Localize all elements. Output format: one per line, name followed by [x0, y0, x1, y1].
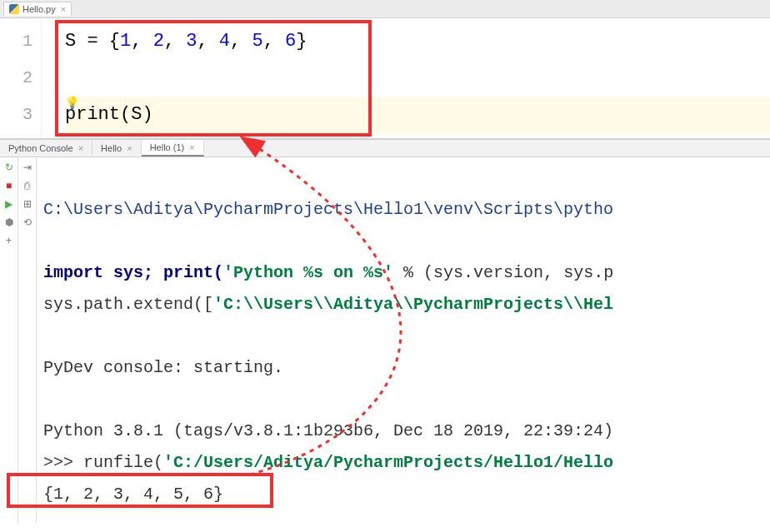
tab-python-console[interactable]: Python Console × [0, 141, 92, 156]
editor-pane: Hello.py × 1 2 3 S = {1, 2, 3, 4, 5, 6} … [0, 0, 770, 139]
tool-strip-left: ↻ ■ ▶ ⬢ + [0, 157, 18, 524]
attach-icon[interactable]: ⇥ [21, 161, 34, 174]
tab-label: Hello [101, 143, 122, 153]
variables-icon[interactable]: ⊞ [21, 197, 34, 211]
stop-icon[interactable]: ■ [2, 179, 16, 192]
tab-hello-1[interactable]: Hello (1) × [142, 140, 204, 157]
console-result: {1, 2, 3, 4, 5, 6} [43, 485, 223, 504]
file-tab-bar: Hello.py × [0, 0, 770, 18]
file-tab-hello-py[interactable]: Hello.py × [3, 2, 72, 16]
run-icon[interactable]: ▶ [2, 197, 16, 211]
debug-icon[interactable]: ⬢ [2, 216, 16, 229]
code-line-3[interactable]: print(S) [65, 97, 770, 133]
tab-label: Hello (1) [150, 142, 185, 152]
console-line: C:\Users\Aditya\PycharmProjects\Hello1\v… [43, 200, 613, 219]
console-tab-bar: Python Console × Hello × Hello (1) × [0, 139, 770, 157]
console-output[interactable]: C:\Users\Aditya\PycharmProjects\Hello1\v… [37, 157, 770, 524]
console-line: sys.path.extend(['C:\\Users\\Aditya\\Pyc… [43, 295, 613, 314]
print-icon[interactable]: ⎙ [21, 179, 34, 192]
add-icon[interactable]: + [2, 234, 16, 247]
tool-strip-right: ⇥ ⎙ ⊞ ⟲ [18, 157, 37, 524]
console-line: PyDev console: starting. [43, 358, 283, 377]
lightbulb-icon[interactable]: 💡 [65, 85, 79, 122]
code-line-2[interactable] [65, 60, 770, 97]
line-number: 3 [8, 97, 32, 133]
tab-hello[interactable]: Hello × [92, 141, 142, 156]
line-number: 2 [8, 60, 32, 97]
close-icon[interactable]: × [59, 5, 66, 14]
close-icon[interactable]: × [77, 144, 83, 153]
file-tab-label: Hello.py [22, 4, 56, 14]
line-number: 1 [8, 23, 32, 60]
rerun-icon[interactable]: ↻ [2, 161, 16, 174]
code-editor[interactable]: 1 2 3 S = {1, 2, 3, 4, 5, 6} print(S) 💡 [0, 18, 770, 138]
close-icon[interactable]: × [125, 144, 132, 153]
tab-label: Python Console [8, 143, 73, 153]
history-icon[interactable]: ⟲ [21, 216, 34, 229]
close-icon[interactable]: × [188, 143, 194, 152]
line-gutter: 1 2 3 [0, 18, 42, 138]
console-line: Python 3.8.1 (tags/v3.8.1:1b293b6, Dec 1… [43, 421, 613, 440]
console-line: >>> runfile('C:/Users/Aditya/PycharmProj… [43, 453, 613, 472]
code-line-1[interactable]: S = {1, 2, 3, 4, 5, 6} [65, 23, 770, 60]
console-pane: ↻ ■ ▶ ⬢ + ⇥ ⎙ ⊞ ⟲ C:\Users\Aditya\Pychar… [0, 157, 770, 524]
python-file-icon [9, 4, 19, 14]
code-body[interactable]: S = {1, 2, 3, 4, 5, 6} print(S) 💡 [42, 18, 770, 138]
console-line: import sys; print('Python %s on %s' % (s… [43, 263, 613, 282]
